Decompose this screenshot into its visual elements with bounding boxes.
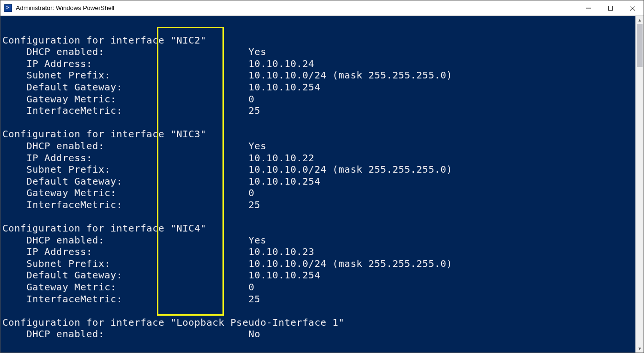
scrollbar-track[interactable]: [636, 24, 644, 344]
scrollbar-thumb[interactable]: [637, 24, 643, 67]
powershell-icon: [4, 4, 12, 12]
terminal-area[interactable]: Configuration for interface "NIC2" DHCP …: [0, 16, 635, 353]
maximize-button[interactable]: [600, 0, 622, 16]
scroll-down-arrow[interactable]: ▼: [636, 344, 644, 353]
close-button[interactable]: [622, 0, 644, 16]
window-title: Administrator: Windows PowerShell: [16, 4, 114, 11]
svg-rect-1: [609, 6, 613, 10]
terminal-output: Configuration for interface "NIC2" DHCP …: [0, 16, 635, 340]
minimize-button[interactable]: [577, 0, 600, 16]
scroll-up-arrow[interactable]: ▲: [636, 16, 644, 24]
titlebar[interactable]: Administrator: Windows PowerShell: [0, 0, 644, 16]
vertical-scrollbar[interactable]: ▲ ▼: [635, 16, 644, 353]
powershell-window: Administrator: Windows PowerShell Config…: [0, 0, 644, 353]
